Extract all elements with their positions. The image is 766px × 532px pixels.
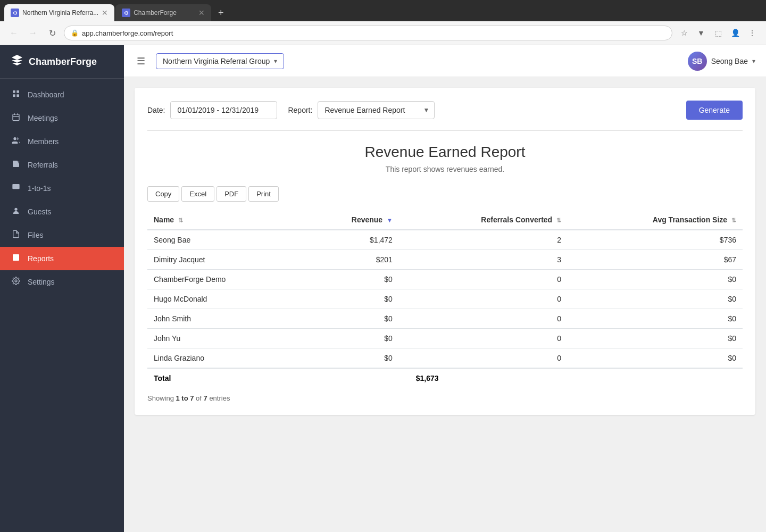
- cell-referrals: 0: [399, 329, 568, 348]
- extension-button[interactable]: ▼: [694, 26, 709, 40]
- sidebar-label-files: Files: [28, 231, 44, 239]
- sidebar-item-dashboard[interactable]: Dashboard: [0, 83, 124, 106]
- cell-name: ChamberForge Demo: [147, 270, 301, 289]
- sidebar-item-guests[interactable]: Guests: [0, 200, 124, 223]
- col-revenue-label: Revenue: [352, 215, 382, 224]
- cell-name: John Smith: [147, 309, 301, 329]
- cell-name: Dimitry Jacquet: [147, 250, 301, 270]
- table-body: Seong Bae $1,472 2 $736 Dimitry Jacquet …: [147, 230, 743, 368]
- date-input[interactable]: [170, 101, 277, 119]
- svg-rect-4: [13, 114, 19, 121]
- guests-icon: [11, 206, 21, 217]
- sidebar-item-1to1s[interactable]: 1-to-1s: [0, 177, 124, 200]
- total-label: Total: [147, 368, 296, 388]
- tab-close-inactive[interactable]: ✕: [198, 9, 205, 17]
- org-dropdown-icon: ▾: [274, 57, 277, 65]
- sidebar-label-settings: Settings: [28, 278, 55, 286]
- cell-referrals: 3: [399, 250, 568, 270]
- sidebar-label-meetings: Meetings: [28, 114, 58, 122]
- svg-point-10: [14, 208, 17, 211]
- copy-button[interactable]: Copy: [147, 186, 179, 202]
- browser-tab-inactive[interactable]: ⚙ ChamberForge ✕: [115, 4, 211, 21]
- excel-button[interactable]: Excel: [181, 186, 214, 202]
- print-button[interactable]: Print: [248, 186, 279, 202]
- sidebar-label-members: Members: [28, 137, 59, 146]
- cell-avg: $736: [568, 230, 743, 250]
- tab-close-active[interactable]: ✕: [102, 9, 108, 17]
- table-footer: Total $1,673: [147, 368, 743, 388]
- cell-referrals: 0: [399, 289, 568, 309]
- sidebar-item-settings[interactable]: Settings: [0, 270, 124, 294]
- browser-tab-bar: ⚙ Northern Virginia Referra... ✕ ⚙ Chamb…: [0, 0, 766, 21]
- report-label: Report:: [288, 106, 312, 114]
- report-subtitle: This report shows revenues earned.: [147, 165, 743, 173]
- new-tab-button[interactable]: +: [212, 4, 229, 21]
- logo-text: ChamberForge: [29, 56, 97, 68]
- files-icon: [11, 230, 21, 240]
- table-row: John Yu $0 0 $0: [147, 329, 743, 348]
- reload-button[interactable]: ↻: [45, 26, 60, 40]
- tab-favicon-inactive: ⚙: [122, 9, 130, 17]
- address-text: app.chamberforge.com/report: [82, 29, 173, 37]
- report-select[interactable]: Revenue Earned Report: [318, 101, 435, 119]
- toolbar-icons: ☆ ▼ ⬚ 👤 ⋮: [677, 26, 760, 40]
- col-revenue[interactable]: Revenue ▼: [301, 210, 399, 230]
- bookmark-button[interactable]: ☆: [677, 26, 692, 40]
- sidebar-item-files[interactable]: Files: [0, 223, 124, 247]
- cell-revenue: $201: [301, 250, 399, 270]
- col-name[interactable]: Name ⇅: [147, 210, 301, 230]
- sidebar-label-reports: Reports: [28, 254, 54, 263]
- showing-text: Showing 1 to 7 of 7 entries: [147, 394, 743, 402]
- pdf-button[interactable]: PDF: [217, 186, 246, 202]
- generate-button[interactable]: Generate: [686, 101, 743, 120]
- security-lock-icon: 🔒: [71, 29, 79, 37]
- total-revenue: $1,673: [296, 368, 445, 388]
- tab-favicon-active: ⚙: [11, 9, 19, 17]
- sidebar: ChamberForge Dashboard Meetings: [0, 45, 124, 532]
- table-row: John Smith $0 0 $0: [147, 309, 743, 329]
- cell-name: Hugo McDonald: [147, 289, 301, 309]
- forward-button[interactable]: →: [26, 26, 40, 40]
- sidebar-item-reports[interactable]: Reports: [0, 247, 124, 270]
- col-avg-label: Avg Transaction Size: [653, 215, 727, 224]
- report-card: Date: Report: Revenue Earned Report ▼: [135, 88, 755, 415]
- cell-revenue: $0: [301, 329, 399, 348]
- cell-name: Seong Bae: [147, 230, 301, 250]
- cell-avg: $67: [568, 250, 743, 270]
- topbar: ☰ Northern Virginia Referral Group ▾ SB …: [124, 45, 766, 77]
- logo-icon: [11, 54, 23, 70]
- col-revenue-sort-icon: ▼: [387, 217, 393, 223]
- table-row: Linda Graziano $0 0 $0: [147, 348, 743, 368]
- sidebar-item-members[interactable]: Members: [0, 130, 124, 153]
- cell-revenue: $1,472: [301, 230, 399, 250]
- user-avatar: SB: [688, 52, 707, 71]
- menu-button[interactable]: ⋮: [745, 26, 760, 40]
- svg-rect-3: [16, 94, 19, 97]
- report-title-section: Revenue Earned Report This report shows …: [147, 144, 743, 173]
- back-button[interactable]: ←: [6, 26, 21, 40]
- cell-avg: $0: [568, 309, 743, 329]
- cast-button[interactable]: ⬚: [711, 26, 726, 40]
- col-referrals[interactable]: Referrals Converted ⇅: [399, 210, 568, 230]
- sidebar-item-referrals[interactable]: Referrals: [0, 153, 124, 177]
- profile-button[interactable]: 👤: [728, 26, 743, 40]
- hamburger-button[interactable]: ☰: [135, 53, 147, 69]
- user-menu[interactable]: SB Seong Bae ▾: [688, 52, 755, 71]
- sidebar-item-meetings[interactable]: Meetings: [0, 106, 124, 130]
- svg-rect-1: [16, 90, 19, 93]
- org-selector[interactable]: Northern Virginia Referral Group ▾: [156, 53, 284, 69]
- col-referrals-sort-icon: ⇅: [556, 217, 561, 224]
- dashboard-icon: [11, 89, 21, 100]
- cell-referrals: 0: [399, 309, 568, 329]
- content-area: Date: Report: Revenue Earned Report ▼: [124, 77, 766, 532]
- right-panel: ☰ Northern Virginia Referral Group ▾ SB …: [124, 45, 766, 532]
- user-dropdown-icon: ▾: [752, 57, 755, 65]
- table-row: Seong Bae $1,472 2 $736: [147, 230, 743, 250]
- cell-referrals: 0: [399, 348, 568, 368]
- 1to1-icon: [11, 183, 21, 194]
- address-bar[interactable]: 🔒 app.chamberforge.com/report: [64, 26, 672, 40]
- date-control-group: Date:: [147, 101, 277, 119]
- browser-tab-active[interactable]: ⚙ Northern Virginia Referra... ✕: [4, 4, 114, 21]
- cell-avg: $0: [568, 348, 743, 368]
- col-avg[interactable]: Avg Transaction Size ⇅: [568, 210, 743, 230]
